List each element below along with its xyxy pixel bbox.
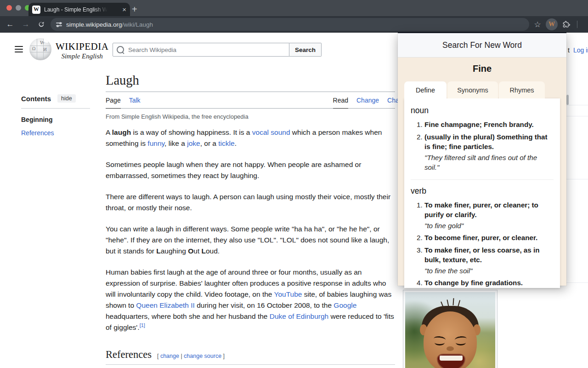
minimize-window-button[interactable] <box>16 5 21 11</box>
article-paragraph: Sometimes people laugh when they are not… <box>106 159 395 181</box>
example-text: "to fine gold" <box>424 221 554 231</box>
search-button[interactable]: Search <box>289 43 322 57</box>
references-heading-row: References [ change | change source ] <box>106 349 395 365</box>
wiki-search-box[interactable] <box>113 43 289 57</box>
inline-link[interactable]: Duke of Edinburgh <box>270 312 328 320</box>
inline-link[interactable]: change <box>160 353 179 359</box>
close-window-button[interactable] <box>6 5 12 11</box>
part-of-speech-label: verb <box>411 186 554 196</box>
part-of-speech-label: noun <box>411 106 554 115</box>
text-segment: laugh <box>112 128 131 136</box>
page-sliver-divider <box>566 179 588 179</box>
text-segment: Sometimes people laugh when they are not… <box>106 161 361 179</box>
extension-popup: Search For New Word Fine Define Synonyms… <box>398 32 566 286</box>
sidebar-item-references[interactable]: References <box>21 129 90 137</box>
contents-sidebar: Contents hide Beginning References <box>21 94 90 137</box>
tab-rhymes[interactable]: Rhymes <box>499 81 545 98</box>
text-segment: is a way of showing happiness. It is a <box>131 128 252 136</box>
sense-list: Fine champagne; French brandy.(usually i… <box>411 120 554 172</box>
definition-item: To become finer, purer, or cleaner. <box>424 233 554 243</box>
inline-link[interactable]: Queen Elizabeth II <box>136 301 195 309</box>
text-segment: aughing <box>161 247 188 255</box>
main-menu-icon[interactable] <box>15 46 23 52</box>
inline-link[interactable]: change source <box>184 353 221 359</box>
sense-list: To make finer, purer, or cleaner; to pur… <box>411 200 554 288</box>
page-scrollbar-thumb[interactable] <box>566 95 569 105</box>
forward-button: → <box>19 18 32 31</box>
tab-title: Laugh - Simple English Wikip <box>44 6 107 13</box>
definition-text: To change by fine gradations. <box>424 278 554 288</box>
url-text: simple.wikipedia.org/wiki/Laugh <box>66 21 153 28</box>
log-in-link[interactable]: Log in <box>573 46 588 54</box>
laughing-child-photo <box>405 292 495 368</box>
definition-item: To make finer, purer, or cleaner; to pur… <box>424 200 554 231</box>
article-paragraphs: A laugh is a way of showing happiness. I… <box>106 127 395 333</box>
text-segment: A <box>106 128 112 136</box>
inline-link[interactable]: vocal sound <box>252 128 290 136</box>
text-segment: O <box>188 247 193 255</box>
references-edit-links: [ change | change source ] <box>157 353 225 359</box>
definition-item: Fine champagne; French brandy. <box>424 120 554 130</box>
new-tab-button[interactable]: + <box>132 3 137 16</box>
article-paragraph: Human babies first laugh at the age of a… <box>106 267 395 333</box>
popup-word-title: Fine <box>398 63 566 74</box>
references-heading: References <box>106 349 152 361</box>
bookmark-star-icon[interactable]: ☆ <box>532 20 543 29</box>
tab-talk[interactable]: Talk <box>129 93 141 108</box>
toolbar-divider <box>577 21 577 28</box>
popup-header: Search For New Word <box>398 33 566 58</box>
wikipedia-wordmark[interactable]: WIKIPEDIA Simple English <box>56 41 108 60</box>
definition-text: To become finer, purer, or cleaner. <box>424 233 554 243</box>
dictionary-extension-icon[interactable]: W <box>546 18 558 30</box>
site-info-icon[interactable] <box>56 23 62 26</box>
definition-text: (usually in the plural) Something that i… <box>424 132 554 152</box>
browser-toolbar: ← → simple.wikipedia.org/wiki/Laugh ☆ W <box>0 16 588 33</box>
definition-item: (usually in the plural) Something that i… <box>424 132 554 172</box>
back-button[interactable]: ← <box>4 18 17 31</box>
text-segment: oud. <box>206 247 220 255</box>
inline-link[interactable]: funny <box>147 139 164 147</box>
inline-link[interactable]: YouTube <box>274 290 302 298</box>
inline-link[interactable]: [1] <box>140 322 145 328</box>
contents-heading: Contents <box>21 95 51 103</box>
search-input[interactable] <box>127 46 285 54</box>
tab-close-icon[interactable]: × <box>122 6 126 13</box>
search-icon <box>117 46 124 53</box>
text-segment: There are different ways to laugh. A per… <box>106 193 390 212</box>
sidebar-item-beginning[interactable]: Beginning <box>21 116 90 123</box>
text-segment: You can write a laugh in different ways.… <box>106 225 389 255</box>
text-segment: | <box>179 353 184 359</box>
tab-define[interactable]: Define <box>404 81 447 98</box>
inline-link[interactable]: joke <box>187 139 200 147</box>
article-content: Laugh Page Talk Read Change Change sourc… <box>106 73 395 368</box>
wikipedia-globe-logo[interactable]: ΩWИ <box>29 38 51 60</box>
definition-item: To change by fine gradations."to fine do… <box>424 278 554 288</box>
text-segment: , like a <box>164 139 187 147</box>
example-text: "They filtered silt and fines out of the… <box>424 153 554 172</box>
tab-page[interactable]: Page <box>106 93 121 109</box>
pos-section: noun Fine champagne; French brandy.(usua… <box>411 106 554 172</box>
text-segment: , or a <box>200 139 219 147</box>
address-bar[interactable]: simple.wikipedia.org/wiki/Laugh <box>51 18 529 31</box>
definition-text: To make finer, or less coarse, as in bul… <box>424 245 554 265</box>
tab-change[interactable]: Change <box>356 93 379 108</box>
reload-button[interactable] <box>35 18 48 31</box>
definition-text: To make finer, purer, or cleaner; to pur… <box>424 200 554 220</box>
inline-link[interactable]: tickle <box>218 139 234 147</box>
article-thumbnail-frame[interactable] <box>403 290 498 368</box>
wikipedia-favicon: W <box>32 6 40 14</box>
article-tab-row: Page Talk Read Change Change source <box>106 93 395 109</box>
sidebar-divider <box>21 108 90 109</box>
hide-contents-button[interactable]: hide <box>57 94 76 103</box>
text-segment: ut <box>193 247 201 255</box>
extensions-puzzle-icon[interactable] <box>560 19 571 30</box>
tab-strip: W Laugh - Simple English Wikip × + <box>0 0 588 16</box>
popup-title: Search For New Word <box>442 40 522 50</box>
browser-tab[interactable]: W Laugh - Simple English Wikip × <box>28 3 130 16</box>
tab-synonyms[interactable]: Synonyms <box>447 81 498 98</box>
window-controls <box>6 5 30 11</box>
pos-section: verb To make finer, purer, or cleaner; t… <box>411 179 554 288</box>
article-paragraph: You can write a laugh in different ways.… <box>106 224 395 257</box>
tab-read[interactable]: Read <box>333 93 348 109</box>
inline-link[interactable]: Google <box>334 301 356 309</box>
